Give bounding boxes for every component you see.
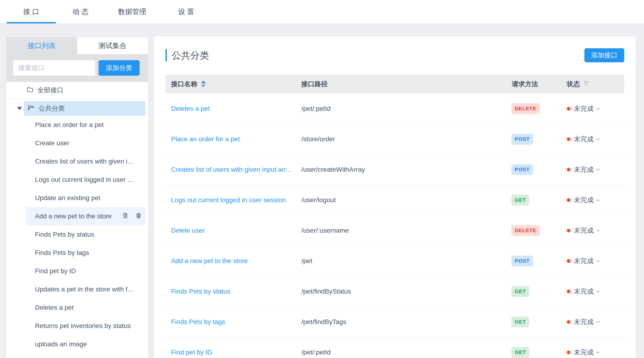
api-name-link[interactable]: Find pet by ID: [171, 349, 212, 356]
sort-icon[interactable]: [201, 81, 206, 87]
tree-item[interactable]: uploads an image: [26, 335, 146, 353]
status-dropdown[interactable]: 未完成: [558, 165, 624, 174]
add-interface-button[interactable]: 添加接口: [584, 48, 624, 62]
status-dropdown[interactable]: 未完成: [558, 257, 624, 265]
api-name-link[interactable]: Creates list of users with given input a…: [171, 166, 291, 173]
status-dropdown[interactable]: 未完成: [558, 135, 624, 144]
cell-method: POST: [506, 134, 558, 145]
status-dropdown[interactable]: 未完成: [558, 196, 624, 204]
status-dot-icon: [567, 168, 570, 172]
table-row: Deletes a pet/pet/:petIdDELETE未完成: [166, 93, 624, 124]
tree-item[interactable]: Add a new pet to the store: [26, 207, 146, 225]
tree-item[interactable]: Returns pet inventories by status: [26, 317, 146, 335]
tree-category-public[interactable]: 公共分类: [24, 101, 146, 116]
cell-name: Find pet by ID: [166, 349, 296, 356]
api-name-link[interactable]: Delete user: [171, 227, 205, 234]
tree-item-label: Logs out current logged in user session: [35, 176, 136, 183]
interface-tree: 全部接口 公共分类 Place an order for a petCreate…: [6, 82, 148, 353]
item-actions: [122, 207, 142, 225]
cell-path: /pet/findByStatus: [296, 288, 506, 295]
table-row: Add a new pet to the store/petPOST未完成: [166, 246, 624, 276]
table-row: Place an order for a pet/store/orderPOST…: [166, 124, 624, 154]
column-header-status: 状态: [558, 80, 624, 89]
api-path: /user/:username: [301, 227, 349, 234]
chevron-down-icon: [596, 167, 600, 172]
nav-tab-data-management[interactable]: 数据管理: [105, 0, 159, 23]
top-nav: 接 口 动 态 数据管理 设 置: [0, 0, 644, 23]
tree-item-label: Updates a pet in the store with form d..…: [35, 286, 136, 293]
method-badge: DELETE: [512, 225, 540, 236]
cell-name: Place an order for a pet: [166, 135, 296, 143]
tree-item-all-interfaces[interactable]: 全部接口: [6, 82, 148, 99]
tree-item[interactable]: Creates list of users with given input .…: [26, 152, 146, 171]
cell-method: DELETE: [506, 103, 558, 114]
api-path: /user/logout: [301, 196, 336, 204]
sidebar-tabs: 接口列表 测试集合: [6, 37, 148, 54]
api-name-link[interactable]: Deletes a pet: [171, 105, 210, 112]
tree-item-label: Find pet by ID: [35, 267, 76, 275]
status-dropdown[interactable]: 未完成: [558, 348, 624, 357]
status-dropdown[interactable]: 未完成: [558, 287, 624, 296]
api-path: /store/order: [301, 135, 335, 143]
status-dropdown[interactable]: 未完成: [558, 226, 624, 235]
cell-path: /pet/:petId: [296, 349, 506, 356]
api-name-link[interactable]: Logs out current logged in user session: [171, 196, 286, 204]
filter-icon[interactable]: [583, 80, 589, 88]
title-accent-bar: [166, 49, 167, 61]
cell-name: Creates list of users with given input a…: [166, 166, 296, 173]
cell-name: Logs out current logged in user session: [166, 196, 296, 204]
tree-item[interactable]: Update an existing pet: [26, 189, 146, 207]
status-label: 未完成: [574, 165, 594, 174]
tree-item[interactable]: Create user: [26, 134, 146, 152]
api-name-link[interactable]: Add a new pet to the store: [171, 257, 248, 265]
copy-doc-icon[interactable]: [122, 212, 128, 220]
table-row: Delete user/user/:usernameDELETE未完成: [166, 215, 624, 246]
column-header-name: 接口名称: [166, 80, 296, 89]
tab-test-collection[interactable]: 测试集合: [77, 37, 148, 54]
chevron-down-icon: [596, 106, 600, 111]
tree-item-label: Finds Pets by tags: [35, 249, 89, 257]
add-category-button[interactable]: 添加分类: [98, 60, 140, 76]
caret-down-icon[interactable]: [17, 107, 22, 110]
tree-item[interactable]: Find pet by ID: [26, 262, 146, 280]
chevron-down-icon: [596, 197, 600, 203]
folder-icon: [26, 86, 37, 95]
nav-tab-interface[interactable]: 接 口: [6, 0, 56, 23]
api-name-link[interactable]: Finds Pets by tags: [171, 318, 225, 326]
tree-item[interactable]: Place an order for a pet: [26, 116, 146, 134]
sidebar-top: 接口列表 测试集合 添加分类: [6, 37, 148, 82]
status-dropdown[interactable]: 未完成: [558, 104, 624, 113]
tree-item[interactable]: Finds Pets by status: [26, 225, 146, 244]
tree-item[interactable]: Logs out current logged in user session: [26, 171, 146, 189]
cell-method: GET: [506, 317, 558, 327]
cell-path: /pet: [296, 257, 506, 265]
chevron-down-icon: [596, 350, 600, 355]
tree-item[interactable]: Finds Pets by tags: [26, 244, 146, 262]
api-path: /pet/:petId: [301, 105, 331, 112]
status-dot-icon: [567, 198, 570, 202]
api-name-link[interactable]: Finds Pets by status: [171, 288, 230, 295]
status-dot-icon: [567, 229, 570, 232]
tree-item-label: Deletes a pet: [35, 304, 74, 311]
sort-descending-icon[interactable]: [201, 85, 206, 87]
cell-path: /store/order: [296, 135, 506, 143]
cell-method: GET: [506, 195, 558, 205]
tab-interface-list[interactable]: 接口列表: [6, 37, 77, 54]
status-label: 未完成: [574, 226, 594, 235]
status-dropdown[interactable]: 未完成: [558, 318, 624, 326]
nav-tab-settings[interactable]: 设 置: [164, 0, 208, 23]
tree-item[interactable]: Deletes a pet: [26, 299, 146, 317]
sort-ascending-icon[interactable]: [201, 81, 206, 83]
interface-table-body: Deletes a pet/pet/:petIdDELETE未完成Place a…: [166, 93, 624, 358]
status-label: 未完成: [574, 104, 594, 113]
search-input[interactable]: [13, 60, 95, 76]
status-dot-icon: [567, 259, 570, 263]
api-name-link[interactable]: Place an order for a pet: [171, 135, 240, 143]
sidebar: 接口列表 测试集合 添加分类 全部接口 公共分类: [6, 37, 148, 358]
trash-icon[interactable]: [136, 212, 142, 220]
tree-item[interactable]: Updates a pet in the store with form d..…: [26, 280, 146, 299]
nav-tab-activity[interactable]: 动 态: [60, 0, 100, 23]
status-dot-icon: [567, 107, 570, 111]
status-label: 未完成: [574, 287, 594, 296]
table-row: Logs out current logged in user session/…: [166, 185, 624, 215]
